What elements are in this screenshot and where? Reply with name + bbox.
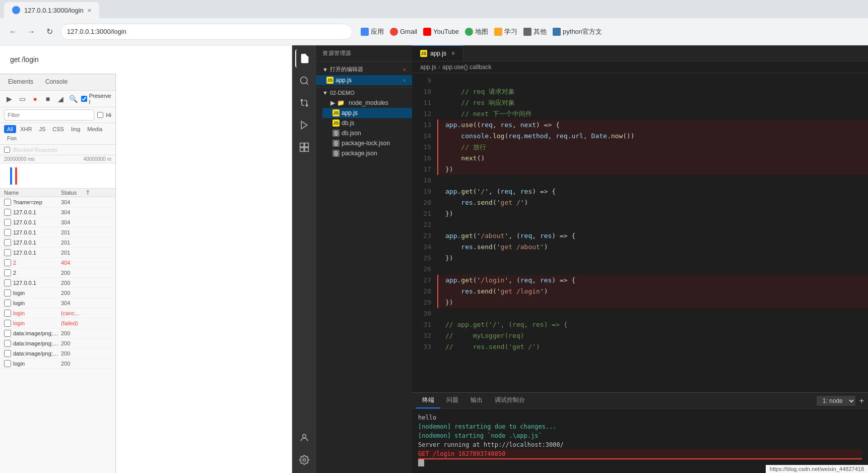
terminal-tab-debug[interactable]: 调试控制台	[489, 393, 531, 408]
filter-btn[interactable]: ◢	[55, 93, 66, 105]
net-row-checkbox[interactable]	[4, 300, 11, 307]
preserve-log-label: Preserve l	[89, 93, 111, 105]
stop-btn[interactable]: ■	[42, 93, 53, 105]
debug-icon[interactable]	[295, 116, 313, 134]
net-row-checkbox[interactable]	[4, 289, 11, 297]
terminal-tab-output[interactable]: 输出	[464, 393, 489, 408]
open-editors-header[interactable]: ▼ 打开的编辑器 ×	[316, 64, 412, 75]
net-row[interactable]: 127.0.0.1 304	[0, 217, 115, 227]
forward-button[interactable]: →	[24, 25, 38, 39]
net-row-checkbox[interactable]	[4, 340, 11, 347]
net-row[interactable]: data:image/png;base... 200	[0, 338, 115, 348]
close-appjs-btn[interactable]: ×	[403, 77, 406, 83]
editor-tab-appjs[interactable]: JS app.js ×	[412, 45, 463, 61]
filter-input[interactable]	[4, 109, 94, 121]
net-row[interactable]: login 200	[0, 359, 115, 369]
col-header-status[interactable]: Status	[61, 190, 86, 196]
net-row[interactable]: login 304	[0, 298, 115, 308]
settings-icon[interactable]	[295, 451, 313, 469]
net-row[interactable]: ?name=zep 304	[0, 197, 115, 207]
net-row-checkbox[interactable]	[4, 310, 11, 317]
bookmark-apps[interactable]: 应用	[361, 27, 384, 36]
file-package[interactable]: {} package.json	[322, 148, 412, 158]
filter-all[interactable]: All	[4, 125, 16, 133]
devtools-tab-console[interactable]: Console	[39, 74, 74, 90]
net-row-checkbox[interactable]	[4, 249, 11, 256]
net-row[interactable]: 127.0.0.1 201	[0, 238, 115, 248]
search-sidebar-icon[interactable]	[295, 72, 313, 90]
project-header[interactable]: ▼ 02-DEMO	[316, 88, 412, 98]
extensions-icon[interactable]	[295, 138, 313, 156]
back-button[interactable]: ←	[6, 25, 20, 39]
net-row[interactable]: 127.0.0.1 200	[0, 278, 115, 288]
blocked-requests-checkbox[interactable]	[4, 147, 10, 153]
filter-xhr[interactable]: XHR	[17, 125, 35, 133]
user-icon[interactable]	[295, 429, 313, 447]
bookmark-learn[interactable]: 学习	[494, 27, 517, 36]
address-bar[interactable]: 127.0.0.1:3000/login	[60, 24, 353, 40]
col-header-type[interactable]: T	[86, 190, 111, 196]
tab-close-btn[interactable]: ×	[88, 7, 92, 14]
net-row-checkbox[interactable]	[4, 330, 11, 337]
net-row[interactable]: 2 404	[0, 258, 115, 268]
search-btn[interactable]: 🔍	[68, 93, 79, 105]
terminal-add-btn[interactable]: +	[859, 396, 864, 405]
bookmark-other[interactable]: 其他	[523, 27, 547, 36]
file-package-lock[interactable]: {} package-lock.json	[322, 138, 412, 148]
net-row-checkbox[interactable]	[4, 360, 11, 367]
net-row-checkbox[interactable]	[4, 259, 11, 266]
bookmark-maps[interactable]: 地图	[465, 27, 488, 36]
open-editor-appjs[interactable]: JS app.js ×	[316, 75, 412, 85]
net-row-checkbox[interactable]	[4, 320, 11, 327]
net-row[interactable]: login 200	[0, 288, 115, 298]
code-area[interactable]: 9101112131415161718192021222324252627282…	[412, 73, 868, 392]
bookmark-python[interactable]: python官方文	[553, 27, 602, 36]
net-row[interactable]: login (failed)	[0, 318, 115, 328]
net-row-checkbox[interactable]	[4, 229, 11, 236]
net-row[interactable]: data:image/png;base... 200	[0, 348, 115, 359]
net-row-checkbox[interactable]	[4, 350, 11, 357]
reload-button[interactable]: ↻	[42, 25, 56, 39]
net-row-checkbox[interactable]	[4, 269, 11, 276]
net-row-checkbox[interactable]	[4, 219, 11, 226]
cursor-tool-btn[interactable]: ▶	[4, 93, 15, 105]
bookmark-gmail[interactable]: Gmail	[390, 28, 417, 36]
col-header-name[interactable]: Name	[4, 190, 61, 196]
git-icon[interactable]	[295, 94, 313, 112]
node-modules-folder[interactable]: ▶ 📁 node_modules	[322, 98, 412, 108]
bookmark-youtube[interactable]: YouTube	[423, 28, 459, 36]
preserve-log-checkbox[interactable]	[81, 96, 87, 102]
file-dbjs[interactable]: JS db.js	[322, 118, 412, 128]
file-dbjson[interactable]: {} db.json	[322, 128, 412, 138]
net-row-checkbox[interactable]	[4, 199, 11, 206]
hide-data-checkbox[interactable]	[97, 112, 103, 118]
net-row[interactable]: data:image/png;base... 200	[0, 328, 115, 338]
terminal-type-select[interactable]: 1: node	[817, 396, 855, 406]
box-tool-btn[interactable]: ▭	[17, 93, 27, 105]
net-row-checkbox[interactable]	[4, 239, 11, 246]
record-btn[interactable]: ●	[30, 93, 40, 105]
net-row[interactable]: login (canc...	[0, 308, 115, 318]
net-row-checkbox[interactable]	[4, 279, 11, 286]
editor-tab-close[interactable]: ×	[451, 50, 455, 57]
svg-point-10	[303, 459, 306, 461]
filter-img[interactable]: Img	[68, 125, 83, 133]
code-line	[437, 264, 868, 275]
filter-media[interactable]: Media	[84, 125, 105, 133]
net-row[interactable]: 2 200	[0, 268, 115, 278]
devtools-tab-elements[interactable]: Elements	[2, 74, 39, 90]
filter-js[interactable]: JS	[36, 125, 48, 133]
terminal-tab-terminal[interactable]: 终端	[416, 393, 440, 408]
explorer-icon[interactable]	[295, 49, 313, 68]
net-row[interactable]: 127.0.0.1 201	[0, 248, 115, 258]
net-row-checkbox[interactable]	[4, 209, 11, 216]
net-row[interactable]: 127.0.0.1 304	[0, 207, 115, 217]
filter-css[interactable]: CSS	[49, 125, 67, 133]
terminal-tab-problems[interactable]: 问题	[440, 393, 464, 408]
net-row[interactable]: 127.0.0.1 201	[0, 227, 115, 238]
filter-fon[interactable]: Fon	[4, 134, 20, 142]
code-content[interactable]: // req 请求对象 // res 响应对象 // next 下一个中间件ap…	[437, 73, 868, 392]
file-appjs[interactable]: JS app.js	[322, 108, 412, 118]
close-open-editor-x[interactable]: ×	[403, 67, 406, 73]
browser-tab-active[interactable]: 127.0.0.1:3000/login ×	[4, 2, 99, 18]
